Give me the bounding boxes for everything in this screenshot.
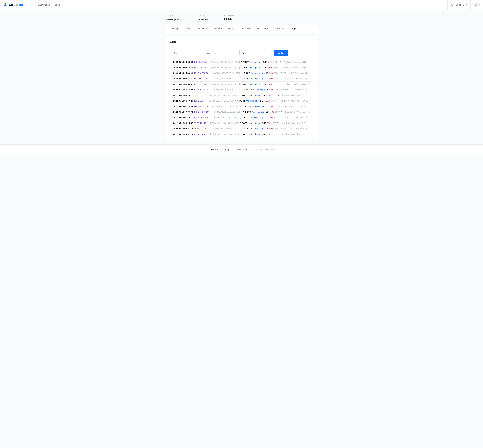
log-quote: " [242,77,243,80]
log-row: 2022-05-18 06:59:26 185.2.5.25 - - [18/M… [170,98,313,104]
severity-indicator [172,94,172,96]
log-proto: 1.1" [262,133,266,136]
log-method: POST [244,72,250,74]
log-raw-date: [18/May/2022:03:43:31 +0000] [212,77,241,80]
log-dashes: - - [210,72,211,74]
log-quote: " [242,72,243,74]
top-nav: Dashboard Sites [32,0,447,9]
nav-sites[interactable]: Sites [55,3,60,6]
log-row: 2022-05-18 09:02:24 157.7.174.49 - - [18… [170,131,313,137]
log-dashes: - - [210,88,211,91]
log-status: 500 [268,61,272,63]
log-row: 2022-05-18 07:14:44 198.244.167.101 - - … [170,104,313,109]
footer-link-docs[interactable]: Docs [230,148,235,151]
log-timestamp: 2022-05-18 07:45:17 [173,116,193,119]
log-size: 2539 [274,127,278,130]
log-ip: 104.248.225.59 [194,72,209,74]
footer: English Blog | Docs | Issues | Contact |… [0,144,483,155]
logs-title: Logs [170,40,313,43]
log-status: 500 [269,127,273,130]
nav-dashboard[interactable]: Dashboard [38,3,50,6]
log-list: 2022-05-18 04:56:59 158.69.63.179 - - [1… [170,59,313,137]
log-ref: "-" [281,105,283,108]
log-path: /wp-login.php [249,133,261,136]
log-ua: "Mozilla/5.0 (Windows NT… [283,72,309,74]
log-status: 500 [267,122,271,124]
log-path: /wp-login.php [250,66,262,69]
tabs: SettingsVhostDatabasesSSL/TLSSecuritySSH… [166,25,317,33]
tab-ssl-tls[interactable]: SSL/TLS [210,25,225,33]
count-select[interactable]: 25 [240,50,272,56]
log-ip: 51.83.41.140 [194,122,206,124]
log-dashes: - - [205,100,207,102]
tab-security[interactable]: Security [225,25,239,33]
log-ua: "Mozilla/5.0 (Windows NT… [284,111,310,113]
log-status: 500 [269,77,273,80]
log-status: 500 [271,105,274,108]
log-timestamp: 2022-05-18 08:15:47 [173,122,193,124]
log-size: 2539 [269,100,274,102]
log-method: POST [244,77,250,80]
severity-indicator [172,105,172,108]
log-row: 2022-05-18 05:43:31 162.240.27.242 - - [… [170,76,313,81]
admin-area-link[interactable]: Admin Area [448,0,471,9]
site-meta: Domain www.clp.io Site User john-doe IP … [166,10,317,24]
log-raw-date: [18/May/2022:05:14:44 +0000] [214,105,242,108]
log-ua: "Mozilla/5.0 (Windows NT … [282,66,309,69]
log-quote: " [241,61,242,63]
log-path: /wp-login.php [252,111,265,113]
log-path: /wp-login.php [249,94,261,97]
tab-databases[interactable]: Databases [194,25,210,33]
tab-vhost[interactable]: Vhost [183,25,194,33]
log-dashes: - - [207,133,209,136]
log-ua: "Mozilla/5.0 (Windows NT… [284,105,310,108]
log-ua: "Mozilla/5.0 (Windows NT… [283,116,309,119]
log-proto: 1.1" [263,66,267,69]
tab-ssh-ftp[interactable]: SSH/FTP [239,25,254,33]
domain-value[interactable]: www.clp.io [166,18,179,21]
language-select[interactable]: English [209,147,222,152]
log-proto: 1.1" [265,72,268,74]
severity-indicator [172,72,172,74]
log-size: 2539 [274,72,278,74]
footer-link-issues[interactable]: Issues [237,148,242,151]
log-raw-date: [18/May/2022:07:02:24 +0000] [210,133,239,136]
footer-link-blog[interactable]: Blog [225,148,229,151]
footer-link-contact[interactable]: Contact [244,148,251,151]
log-quote: " [240,133,241,136]
log-controls: NGINX access.log 25 Update [170,50,313,56]
tab-cron-jobs[interactable]: Cron Jobs [272,25,288,33]
severity-indicator [172,122,172,124]
log-quote: " [240,94,241,97]
logs-card: Logs NGINX access.log 25 Update 2022-05-… [166,37,317,140]
user-menu[interactable] [471,3,483,7]
log-ip: 162.240.27.242 [194,77,209,80]
log-path: /wp-login.php [250,61,262,63]
log-method: POST [245,111,251,113]
log-timestamp: 2022-05-18 05:43:31 [173,77,193,80]
log-ip: 167.71.234.124 [194,116,209,119]
brand[interactable]: CloudPanel [0,0,32,9]
log-raw-date: [18/May/2022:04:29:11 +0000] [210,94,239,97]
log-dashes: - - [211,111,213,113]
log-status: 500 [265,100,268,102]
tab-settings[interactable]: Settings [169,25,183,33]
log-ua: "Mozilla/5.0 (Windows NT … [282,83,309,86]
service-select[interactable]: NGINX [170,50,202,56]
tab-logs[interactable]: Logs [288,25,299,33]
tab-file-manager[interactable]: File Manager [254,25,272,33]
log-row: 2022-05-18 04:56:59 158.69.63.179 - - [1… [170,59,313,65]
log-raw-date: [18/May/2022:06:15:47 +0000] [210,122,239,124]
avatar-icon [474,3,478,7]
severity-indicator [172,83,172,86]
severity-indicator [172,77,172,80]
update-button[interactable]: Update [274,50,288,56]
log-dashes: - - [208,66,210,69]
external-link-icon[interactable] [180,18,181,20]
svg-point-0 [5,5,6,5]
log-ref: "-" [280,72,282,74]
log-proto: 1.1" [263,83,267,86]
log-size: 2539 [275,111,280,113]
log-status: 500 [271,111,274,113]
logfile-select[interactable]: access.log [205,50,237,56]
